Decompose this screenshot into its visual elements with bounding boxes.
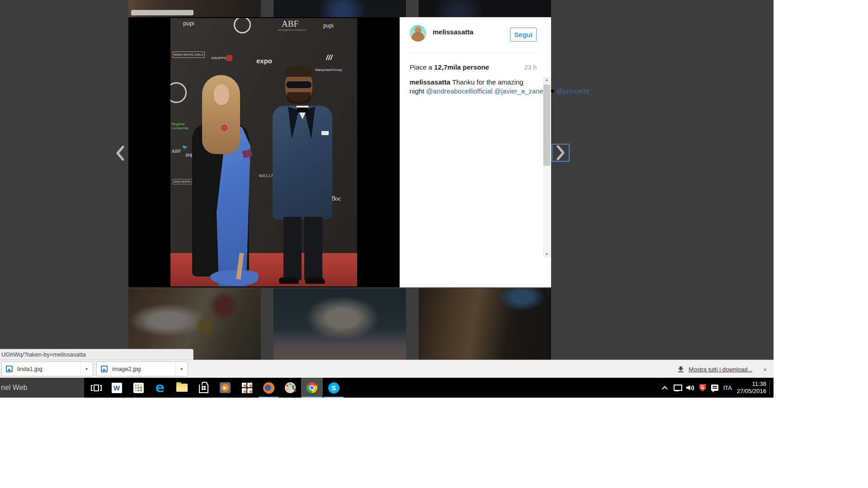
language-indicator[interactable]: ITA	[723, 385, 732, 391]
show-hidden-icons-button[interactable]	[662, 386, 668, 392]
network-icon[interactable]	[673, 385, 681, 391]
photo-area: pupi ABF ANDREA BOCELLI FOUNDATION pupi …	[128, 17, 400, 287]
image-file-icon	[101, 366, 108, 372]
paint-palette-icon	[285, 382, 296, 393]
radio-monte-carlo-logo: RADIO MONTE CARLO	[173, 52, 205, 58]
post-thumbnail[interactable]	[274, 288, 406, 360]
photo-viewer-icon	[242, 383, 252, 393]
show-all-downloads-link[interactable]: Mostra tutti i download...	[689, 366, 752, 373]
taskbar-search-box[interactable]: nel Web	[0, 378, 84, 398]
taskbar-item-paint[interactable]	[279, 378, 301, 398]
task-view-button[interactable]	[87, 378, 106, 398]
taskbar-clock[interactable]: 11:38 27/05/2016	[737, 380, 766, 395]
folder-icon	[176, 384, 188, 392]
edge-icon: e	[156, 382, 165, 393]
close-download-bar-button[interactable]: ×	[763, 366, 767, 373]
scroll-down-arrow-icon[interactable]: ▼	[543, 251, 551, 258]
post-sidebar: melissasatta Segui Piace a 12,7mila pers…	[400, 17, 551, 287]
alfa-romeo-logo	[234, 18, 251, 33]
sunglasses	[286, 81, 311, 88]
post-thumbnail[interactable]	[419, 0, 551, 17]
taskbar-item-store[interactable]	[193, 378, 214, 398]
app-grid-icon	[133, 383, 144, 393]
taskbar-item-chrome[interactable]	[301, 378, 323, 398]
scroll-up-arrow-icon[interactable]: ▲	[543, 77, 551, 83]
chevron-right-icon	[555, 144, 566, 161]
post-thumbnail[interactable]	[128, 0, 261, 17]
firefox-icon	[263, 382, 274, 394]
mention-link[interactable]: @prince09_	[556, 87, 593, 95]
expo-logo: expo	[256, 57, 272, 65]
image-file-icon	[6, 366, 13, 372]
man-leg	[283, 217, 302, 280]
prev-photo-button[interactable]	[112, 144, 128, 163]
bow-tie	[297, 108, 308, 113]
bocelli-script-logo: Boc	[331, 195, 341, 202]
likes-text[interactable]: Piace a 12,7mila persone	[410, 63, 489, 71]
chrome-icon	[307, 382, 317, 393]
alfa-romeo-logo	[170, 82, 187, 103]
media-player-icon: ▶	[220, 382, 231, 393]
post-timestamp: 23 h	[524, 64, 537, 71]
download-dropdown-button[interactable]: ▾	[175, 362, 188, 376]
avatar[interactable]	[410, 25, 426, 42]
system-tray: G ITA 11:38 27/05/2016	[664, 378, 766, 398]
melia-logo: MELIÁ	[259, 174, 274, 178]
clock-time: 11:38	[737, 380, 766, 388]
likes-prefix: Piace a	[410, 63, 434, 71]
scrollbar-thumb[interactable]	[543, 84, 550, 166]
divider	[410, 53, 541, 53]
next-photo-button[interactable]	[552, 144, 570, 162]
windows-taskbar: nel Web W e	[0, 378, 774, 398]
manpower-mark: ///	[326, 53, 332, 62]
mention-link[interactable]: @andreabocelliofficial	[426, 87, 493, 95]
likes-count: 12,7mila persone	[434, 63, 489, 71]
post-thumbnail[interactable]	[274, 0, 406, 17]
download-item[interactable]: linda1.jpg ▾	[1, 361, 93, 376]
download-filename: image2.jpg	[112, 366, 175, 372]
taskbar-item-firefox[interactable]	[258, 378, 279, 398]
download-filename: linda1.jpg	[17, 366, 80, 372]
notification-center-icon[interactable]	[711, 385, 718, 391]
red-flower	[221, 125, 227, 131]
heart-emoji: ♥	[551, 87, 555, 95]
running-indicator	[259, 397, 278, 398]
taskbar-item-media-player[interactable]: ▶	[214, 378, 236, 398]
taskbar-item-word[interactable]: W	[106, 378, 127, 398]
taskbar-item-photo-viewer[interactable]	[236, 378, 258, 398]
mention-link[interactable]: @javier_a_zanetti	[494, 87, 548, 95]
instagram-photo-modal: pupi ABF ANDREA BOCELLI FOUNDATION pupi …	[128, 17, 551, 287]
running-indicator	[302, 397, 322, 398]
username-link[interactable]: melissasatta	[433, 28, 473, 36]
chevron-left-icon	[115, 145, 126, 162]
taskbar-item-edge[interactable]: e	[149, 378, 171, 398]
antivirus-shield-icon[interactable]: G	[699, 384, 706, 392]
show-desktop-divider[interactable]	[769, 380, 770, 395]
clock-date: 27/05/2016	[737, 388, 766, 395]
running-indicator	[324, 397, 344, 398]
gruppo-mark	[226, 55, 232, 61]
taskbar-item-skype[interactable]: S	[323, 378, 344, 398]
manpowergroup-logo: ManpowerGroup	[315, 68, 342, 72]
man-suit	[273, 106, 332, 220]
abf-logo: ABF	[171, 148, 181, 154]
pupi-logo: pupi	[323, 23, 334, 29]
skype-icon: S	[328, 382, 340, 394]
comments-scrollbar[interactable]: ▲ ▼	[543, 77, 551, 258]
post-caption: melissasattaThanku for the amazing night…	[410, 78, 530, 96]
caption-author-link[interactable]: melissasatta	[410, 78, 450, 86]
man-shoe	[279, 277, 299, 284]
taskbar-item-file-explorer[interactable]	[171, 378, 193, 398]
download-dropdown-button[interactable]: ▾	[80, 362, 93, 376]
volume-icon[interactable]	[686, 385, 694, 391]
post-photo: pupi ABF ANDREA BOCELLI FOUNDATION pupi …	[170, 18, 357, 286]
taskbar-item-app-grid[interactable]	[127, 378, 149, 398]
pupi-logo: pupi	[183, 20, 194, 27]
follow-button[interactable]: Segui	[510, 28, 537, 42]
pocket-square	[321, 131, 329, 135]
download-tray-icon	[678, 366, 684, 372]
word-icon: W	[112, 383, 122, 393]
download-item[interactable]: image2.jpg ▾	[96, 361, 188, 376]
task-view-icon	[91, 384, 102, 392]
post-thumbnail[interactable]	[419, 288, 551, 360]
